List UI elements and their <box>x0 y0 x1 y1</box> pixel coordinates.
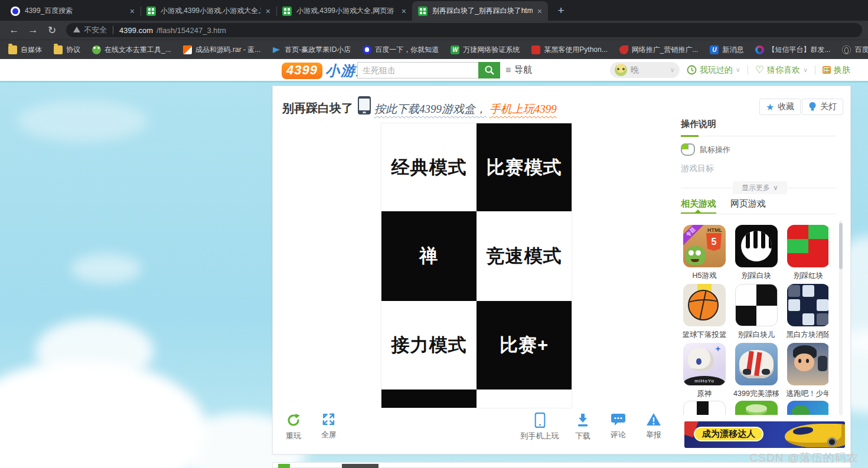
tab-baidu-search[interactable]: 4399_百度搜索 × <box>5 1 141 21</box>
bookmark-folder-zimeiti[interactable]: 自媒体 <box>8 45 42 55</box>
game-genshin[interactable]: miHoYo 原神 <box>681 343 728 399</box>
fullscreen-button[interactable]: 全屏 <box>321 413 337 440</box>
fullscreen-icon <box>322 413 336 427</box>
car <box>739 350 774 378</box>
next-section-accent <box>278 464 290 468</box>
play-on-phone-button[interactable]: 到手机上玩 <box>521 413 559 441</box>
nav-link[interactable]: ≡ 导航 <box>505 64 532 76</box>
bookmark-sms-platform[interactable]: 【短信平台】群发... <box>755 45 830 55</box>
tile-race-mode[interactable]: 竞速模式 <box>477 211 572 301</box>
back-icon[interactable]: ← <box>6 22 22 38</box>
game-drift[interactable]: 4399完美漂移 <box>733 343 780 399</box>
search-input[interactable] <box>357 62 478 78</box>
tile-strip-white[interactable] <box>477 390 572 408</box>
title-underline <box>681 135 699 137</box>
tile-classic-mode[interactable]: 经典模式 <box>381 123 477 211</box>
html5-shield: 5 <box>706 233 722 251</box>
comment-button[interactable]: 评论 <box>611 413 626 440</box>
sidebar-scrollbar[interactable] <box>839 221 843 415</box>
promo-text: 按此下载4399游戏盒， <box>374 103 487 115</box>
tab-active-game[interactable]: 别再踩白块了_别再踩白块了htm × <box>412 1 548 21</box>
game-basketball[interactable]: 篮球下落投篮 <box>681 284 728 340</box>
folder-icon <box>54 45 63 54</box>
4399-favicon <box>282 6 292 16</box>
genshin-icon: miHoYo <box>683 343 726 385</box>
game-piano-tiles[interactable]: 别踩白块 <box>733 225 780 281</box>
close-icon[interactable]: × <box>130 7 135 15</box>
tab-related-games[interactable]: 相关游戏 <box>681 198 716 214</box>
tile-match-plus-mode[interactable]: 比赛+ <box>477 301 572 390</box>
game-runaway[interactable]: 逃跑吧！少年 <box>785 343 828 399</box>
night-mode-pill[interactable]: 晚 ∨ <box>610 62 680 78</box>
mini-figure <box>818 356 827 371</box>
new-tab-button[interactable]: + <box>553 2 569 19</box>
game-name: 黑白方块消除 <box>787 330 829 340</box>
tab-title: 4399_百度搜索 <box>25 6 125 16</box>
forward-icon[interactable]: → <box>25 22 41 38</box>
game-partial-1[interactable] <box>681 401 728 415</box>
bookmark-hacker-python[interactable]: 某黑客使用Python... <box>531 45 607 55</box>
bookmark-news[interactable]: U新消息 <box>710 45 743 55</box>
close-icon[interactable]: × <box>402 7 406 15</box>
4399-favicon <box>418 6 428 16</box>
game-panel: 别再踩白块了 按此下载4399游戏盒， 手机上玩4399 ★ 收藏 关灯 经典模… <box>272 86 851 454</box>
game-partial-2[interactable] <box>733 401 780 415</box>
tile-relay-mode[interactable]: 接力模式 <box>381 301 477 390</box>
close-icon[interactable]: × <box>266 7 270 15</box>
guess-label: 猜你喜欢 <box>767 65 800 76</box>
game-bw-blocks[interactable]: 黑白方块消除 <box>785 284 828 340</box>
show-more-button[interactable]: 显示更多 ∨ <box>733 181 787 194</box>
bookmark-folder-xieyi[interactable]: 协议 <box>54 45 80 55</box>
tile-zen-mode[interactable]: 禅 <box>381 211 477 301</box>
bulb-icon <box>808 102 817 112</box>
game-white-tile[interactable]: 别踩白块儿 <box>733 284 780 340</box>
bookmark-apple-id-shop[interactable]: 首页-赢政苹果ID小店 <box>272 45 351 55</box>
divider <box>681 214 837 214</box>
gamebox-promo[interactable]: 按此下载4399游戏盒， 手机上玩4399 <box>374 102 557 117</box>
html-text: HTML <box>707 227 722 233</box>
game-name: 别踩白块儿 <box>738 330 775 340</box>
bookmark-marketing[interactable]: 网络推广_营销推广... <box>619 45 699 55</box>
bookmark-lanzou[interactable]: 成品和源码.rar - 蓝... <box>183 45 261 55</box>
lights-label: 关灯 <box>820 102 837 112</box>
guess-you-like-menu[interactable]: ♡ 猜你喜欢 ∨ <box>755 64 808 76</box>
help-title: 操作说明 <box>681 119 837 130</box>
change-skin-button[interactable]: 换肤 <box>823 65 850 76</box>
game-canvas[interactable]: 经典模式 比赛模式 禅 竞速模式 接力模式 比赛+ <box>381 123 572 408</box>
not-secure-icon <box>73 27 80 32</box>
report-button[interactable]: 举报 <box>646 413 661 440</box>
bookmark-baidu-2[interactable]: 百度 <box>842 45 868 55</box>
header-right-cluster: 晚 ∨ 我玩过的 ∨ ♡ 猜你喜欢 ∨ 换肤 <box>610 62 850 78</box>
bookmark-baidu[interactable]: 百度一下，你就知道 <box>363 45 439 55</box>
bookmark-label: 在线文本去重工具_... <box>105 45 171 55</box>
ad-banner[interactable]: 成为漂移达人 <box>684 421 845 448</box>
replay-label: 重玩 <box>286 431 301 441</box>
game-h5[interactable]: HTML 5 专题 H5游戏 <box>681 225 728 281</box>
tab-4399-home[interactable]: 小游戏,4399小游戏,小游戏大全,双 × <box>141 1 276 21</box>
address-bar[interactable]: 不安全 4399.com /flash/154247_3.htm <box>66 23 862 37</box>
face <box>794 354 814 371</box>
replay-button[interactable]: 重玩 <box>286 413 301 441</box>
bookmark-wanjie[interactable]: W万捷网络验证系统 <box>451 45 520 55</box>
search-button[interactable] <box>478 62 500 78</box>
favorite-button[interactable]: ★ 收藏 <box>759 99 801 115</box>
skin-icon <box>823 66 831 74</box>
played-games-menu[interactable]: 我玩过的 ∨ <box>687 65 740 76</box>
tile-match-mode[interactable]: 比赛模式 <box>477 123 572 211</box>
scrollbar-thumb[interactable] <box>839 223 843 269</box>
download-label: 下载 <box>575 431 590 441</box>
refresh-icon[interactable]: ↻ <box>44 22 60 38</box>
game-name: 4399完美漂移 <box>733 389 779 399</box>
game-partial-3[interactable] <box>785 401 828 415</box>
bookmark-dedupe-tool[interactable]: 在线文本去重工具_... <box>92 45 171 55</box>
lights-off-button[interactable]: 关灯 <box>802 99 843 115</box>
tile-strip-black[interactable] <box>381 390 477 408</box>
bookmark-label: 百度 <box>854 45 868 55</box>
game-red-tiles[interactable]: 别踩红块 <box>785 225 828 281</box>
tab-4399-list[interactable]: 小游戏,4399小游戏大全,网页游 × <box>276 1 412 21</box>
download-button[interactable]: 下载 <box>575 413 590 441</box>
tab-web-games[interactable]: 网页游戏 <box>730 198 766 214</box>
favorite-label: 收藏 <box>778 102 794 112</box>
close-icon[interactable]: × <box>537 7 542 15</box>
to-phone-label: 到手机上玩 <box>521 431 559 441</box>
